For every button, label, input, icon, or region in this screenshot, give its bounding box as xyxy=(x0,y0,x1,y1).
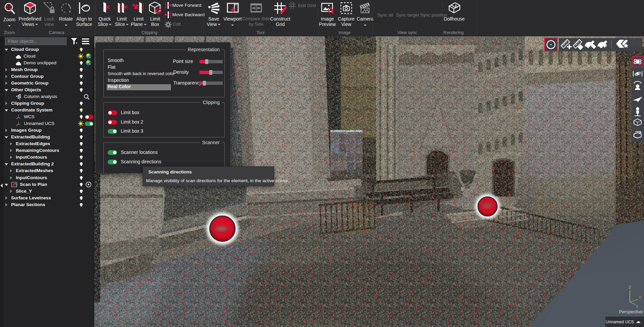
svg-text:Z: Z xyxy=(629,285,631,290)
svg-text:Perspective: Perspective xyxy=(619,309,643,314)
svg-text:Y: Y xyxy=(639,295,641,299)
svg-text:X: X xyxy=(636,304,639,308)
svg-text:Unnamed UCS: Unnamed UCS xyxy=(606,320,634,324)
